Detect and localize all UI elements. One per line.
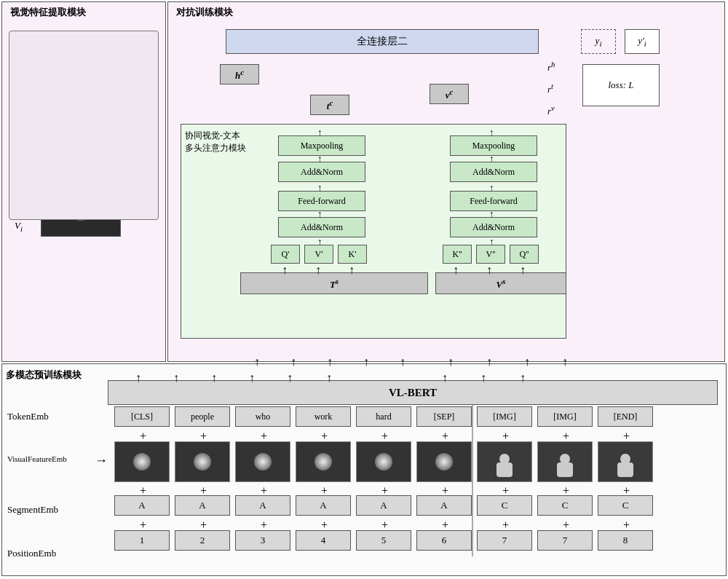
segmentemb-label: SegmentEmb: [7, 504, 58, 516]
arrow-ff-addnorm-left: ↑: [317, 182, 323, 194]
arrow-bottom-ts2: ↑: [290, 355, 296, 369]
arrow-bottom-ts5: ↑: [400, 355, 405, 369]
tc-label: tc: [327, 98, 333, 111]
token-img2: [IMG]: [537, 406, 593, 427]
pos-1: 1: [114, 530, 170, 551]
vc-box: vc: [430, 84, 469, 104]
token-cls-label: [CLS]: [131, 411, 153, 422]
pos-4: 4: [296, 530, 351, 551]
arrow-bottom-ts4: ↑: [363, 355, 369, 369]
arrow-bottom-vs2: ↑: [486, 355, 492, 369]
token-sep-label: [SEP]: [434, 411, 455, 422]
arrow-vlbert-sep: ↑: [326, 371, 332, 385]
arrow-addnorm-maxpool-right: ↑: [489, 153, 494, 165]
yi-solid-label: y'i: [638, 35, 646, 48]
arrow-vlbert-people: ↑: [173, 371, 179, 385]
arrow-vlbert-img2: ↑: [480, 371, 486, 385]
arrow-qvk-addnorm-right: ↑: [489, 236, 494, 248]
vis-img-8: [537, 441, 593, 482]
arrow-bottom-vs4: ↑: [562, 355, 568, 369]
multimodal-module-title: 多模态预训练模块: [6, 369, 82, 382]
arrow-vs-k: ↑: [453, 264, 459, 277]
arrow-bottom-vs1: ↑: [448, 355, 454, 369]
pos-9: 8: [598, 530, 653, 551]
left-inner-region: [9, 31, 159, 220]
vi-label: Vi: [15, 220, 23, 233]
token-cls: [CLS]: [114, 406, 170, 427]
addnorm-right-1: Add&Norm: [450, 162, 537, 182]
token-work-label: work: [314, 411, 333, 422]
vis-img-4: [296, 441, 351, 482]
positionemb-label: PositionEmb: [7, 548, 56, 559]
vlbert-label: VL-BERT: [389, 387, 437, 399]
addnorm-left-1: Add&Norm: [278, 162, 365, 182]
q-prime-box: Q': [271, 245, 300, 264]
v-double-label: V'': [486, 249, 496, 260]
seg-2: A: [175, 495, 230, 516]
tokenemb-label: TokenEmb: [7, 411, 49, 422]
vis-img-2: [175, 441, 230, 482]
rv-label: rv: [547, 103, 555, 117]
v-prime-label: V': [315, 249, 323, 260]
fc2-box: 全连接层二: [226, 29, 539, 54]
arrow-bottom-ts3: ↑: [327, 355, 333, 369]
feedforward-left-label: Feed-forward: [298, 196, 345, 207]
seg-6: A: [416, 495, 472, 516]
arrow-vlbert-img1: ↑: [442, 371, 448, 385]
q-prime-label: Q': [282, 249, 290, 260]
token-end-label: [END]: [614, 411, 638, 422]
arrow-bottom-ts1: ↑: [254, 355, 260, 369]
vc-label: vc: [446, 87, 454, 101]
adversarial-module-title: 对抗训练模块: [176, 6, 233, 19]
q-double-box: Q'': [510, 245, 539, 264]
hc-label: hc: [235, 67, 244, 81]
token-work: work: [296, 406, 351, 427]
arrow-vs-q: ↑: [520, 264, 526, 277]
arrow-ff-addnorm-right: ↑: [489, 182, 494, 194]
vlbert-bar: VL-BERT: [108, 380, 718, 405]
token-img1: [IMG]: [477, 406, 532, 427]
arrow-visual-feat: →: [95, 453, 108, 468]
diagram: 视觉特征提取模块 全连接层一 几何特征 外观特征 ↑ ↑ sin, cos Re…: [0, 0, 727, 578]
ts-bar: Ts: [240, 272, 428, 294]
k-double-box: K'': [443, 245, 472, 264]
seg-9: C: [598, 495, 653, 516]
tc-box: tc: [310, 95, 349, 115]
seg-8: C: [537, 495, 593, 516]
arrow-vlbert-work: ↑: [249, 371, 255, 385]
arrow-vlbert-who: ↑: [211, 371, 217, 385]
k-prime-label: K': [349, 249, 357, 260]
arrow-vlbert-cls: ↑: [135, 371, 141, 385]
arrow-addnorm2-ff-left: ↑: [317, 208, 323, 220]
k-prime-box: K': [338, 245, 367, 264]
pos-3: 3: [235, 530, 290, 551]
visual-feat-emb-label: VisualFeatureEmb: [7, 454, 67, 463]
vis-img-3: [235, 441, 290, 482]
token-people: people: [175, 406, 230, 427]
seg-1: A: [114, 495, 170, 516]
arrow-bottom-vs3: ↑: [524, 355, 530, 369]
hc-box: hc: [220, 64, 259, 84]
token-img1-label: [IMG]: [493, 411, 515, 422]
addnorm-left-1-label: Add&Norm: [301, 167, 343, 178]
arrow-vs-v: ↑: [486, 264, 492, 277]
yi-dashed-label: yi: [596, 35, 602, 48]
token-img2-label: [IMG]: [553, 411, 576, 422]
arrow-ts-k: ↑: [349, 264, 355, 277]
collab-title: 协同视觉-文本多头注意力模块: [185, 130, 246, 154]
token-who-label: who: [256, 411, 271, 422]
divider-line: [472, 405, 473, 556]
addnorm-right-2-label: Add&Norm: [472, 222, 515, 233]
arrow-collab-maxpool-left: ↑: [317, 127, 323, 138]
vs-label: Vs: [496, 276, 506, 290]
addnorm-right-2: Add&Norm: [450, 217, 537, 237]
pos-5: 5: [356, 530, 411, 551]
arrow-addnorm2-ff-right: ↑: [489, 208, 494, 220]
addnorm-left-2: Add&Norm: [278, 217, 365, 237]
rh-label: rh: [547, 60, 555, 74]
pos-8: 7: [537, 530, 593, 551]
k-double-label: K'': [453, 249, 462, 260]
vis-img-6: [416, 441, 472, 482]
addnorm-left-2-label: Add&Norm: [301, 222, 343, 233]
seg-4: A: [296, 495, 351, 516]
